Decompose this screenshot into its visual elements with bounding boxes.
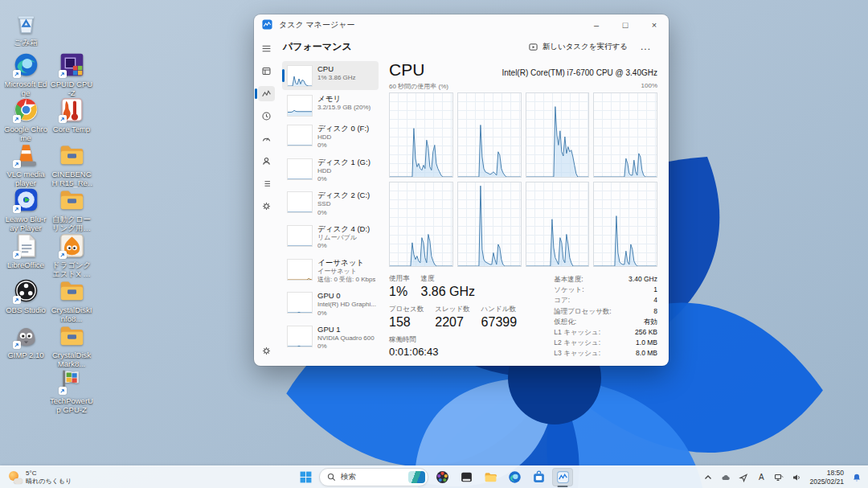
rail-tab-performance[interactable] xyxy=(258,86,275,101)
more-options-button[interactable]: ... xyxy=(634,39,657,54)
desktop-icon-folder-12[interactable]: CrystalDiskInfo8... xyxy=(50,277,93,323)
stat-value: 158 xyxy=(389,315,424,330)
perf-item-GPU1[interactable]: GPU 1NVIDIA Quadro 6000% xyxy=(282,322,379,355)
hidden-icons-chevron-icon[interactable] xyxy=(702,471,714,484)
window-titlebar[interactable]: タスク マネージャー – □ × xyxy=(254,14,669,35)
settings-button[interactable] xyxy=(258,343,275,359)
edge-taskbar-icon[interactable] xyxy=(504,468,525,486)
desktop-icon-vlc-5[interactable]: VLC media player xyxy=(4,141,47,187)
start-button[interactable] xyxy=(295,468,316,486)
perf-item-sub: 0% xyxy=(317,342,375,351)
folder-icon xyxy=(59,277,85,304)
perf-item-イーサネット[interactable]: イーサネットイーサネット送信: 0 受信: 0 Kbps xyxy=(282,255,379,288)
notification-bell-icon[interactable] xyxy=(850,471,863,484)
desktop-icon-folder-6[interactable]: CINEBENCH R15_Result xyxy=(50,141,93,187)
store-taskbar-icon[interactable] xyxy=(528,468,549,486)
perf-item-メモリ[interactable]: メモリ3.2/15.9 GB (20%) xyxy=(282,91,379,120)
taskbar: 5°C 晴れのちくもり 検索 A18:502025/02/21 xyxy=(0,465,868,488)
file-explorer-taskbar-icon[interactable] xyxy=(480,468,501,486)
desktop-icon-chip-2[interactable]: CPUID CPU-Z xyxy=(50,51,93,97)
desktop-icon-gimp-13[interactable]: GIMP 2.10 xyxy=(4,322,47,359)
rail-tab-details[interactable] xyxy=(258,176,275,191)
run-new-task-button[interactable]: 新しいタスクを実行する xyxy=(522,39,634,55)
detail-row: コア:4 xyxy=(554,296,657,304)
desktop-icon-winflag-15[interactable]: TechPowerUp GPU-Z xyxy=(50,368,93,414)
taskbar-clock[interactable]: 18:502025/02/21 xyxy=(808,469,845,485)
stat-プロセス数: プロセス数158 xyxy=(389,305,424,330)
network-icon[interactable] xyxy=(772,471,785,484)
perf-item-sub: 送信: 0 受信: 0 Kbps xyxy=(317,276,375,284)
winflag-icon xyxy=(59,368,85,395)
taskbar-search-box[interactable]: 検索 xyxy=(319,468,428,486)
close-button[interactable]: × xyxy=(640,14,669,35)
clock-time: 18:50 xyxy=(809,469,844,477)
perf-item-sub: リムーバブル xyxy=(317,234,370,242)
perf-item-GPU0[interactable]: GPU 0Intel(R) HD Graphi...0% xyxy=(282,288,379,321)
perf-item-sub: 0% xyxy=(317,175,371,183)
perf-item-CPU[interactable]: CPU1% 3.86 GHz xyxy=(282,61,379,90)
maximize-button[interactable]: □ xyxy=(611,14,640,35)
shortcut-arrow-icon xyxy=(13,296,21,304)
shortcut-arrow-icon xyxy=(13,205,21,213)
detail-row: L3 キャッシュ:8.0 MB xyxy=(554,349,657,357)
ime-mode-indicator[interactable]: A xyxy=(755,471,768,484)
dark-app-taskbar-icon[interactable] xyxy=(456,468,477,486)
weather-icon xyxy=(9,471,22,484)
desktop-icon-slime-10[interactable]: ドラゴンクエストX ベンチマークソフト xyxy=(50,232,93,278)
disc-icon xyxy=(13,187,39,213)
rail-tab-app-history[interactable] xyxy=(258,109,275,124)
volume-icon[interactable] xyxy=(790,471,803,484)
desktop-icon-thermo-4[interactable]: Core Temp xyxy=(50,96,93,133)
uptime-value: 0:01:06:43 xyxy=(389,346,542,358)
cpu-core-graph-4 xyxy=(389,182,453,267)
perf-item-ディスク4D[interactable]: ディスク 4 (D:)リムーバブル0% xyxy=(282,221,379,254)
perf-item-sub: Intel(R) HD Graphi... xyxy=(317,301,376,309)
vlc-icon xyxy=(13,141,39,168)
desktop-icon-folder-14[interactable]: CrystalDiskMark8... xyxy=(50,322,93,368)
rail-tab-navigation-menu[interactable] xyxy=(258,41,275,56)
performance-sidebar: CPU1% 3.86 GHzメモリ3.2/15.9 GB (20%)ディスク 0… xyxy=(278,59,381,366)
onedrive-icon[interactable] xyxy=(719,471,732,484)
perf-item-name: メモリ xyxy=(317,94,371,104)
desktop-icon-disc-7[interactable]: Leawo Blu-ray Player xyxy=(4,187,47,232)
cpu-core-graph-6 xyxy=(526,182,590,267)
desktop-icon-label: Leawo Blu-ray Player xyxy=(4,215,47,232)
desktop-icon-folder-8[interactable]: 自動クローリング用フォルダ xyxy=(50,187,93,232)
rail-tab-services[interactable] xyxy=(258,199,275,214)
perf-thumbnail-graph xyxy=(287,292,313,314)
doc-icon xyxy=(13,232,39,259)
shortcut-arrow-icon xyxy=(59,70,67,78)
desktop-icon-recycle-0[interactable]: ごみ箱 xyxy=(4,10,47,47)
desktop-icon-doc-9[interactable]: LibreOffice xyxy=(4,232,47,269)
stat-使用率: 使用率1% xyxy=(389,274,410,299)
desktop-icon-chrome-3[interactable]: Google Chrome xyxy=(4,96,47,142)
stat-label: 速度 xyxy=(421,274,476,284)
search-highlight-image[interactable] xyxy=(408,471,425,483)
perf-item-name: ディスク 4 (D:) xyxy=(317,224,370,234)
shortcut-arrow-icon xyxy=(59,387,67,395)
location-arrow-icon[interactable] xyxy=(737,471,750,484)
chrome-icon xyxy=(13,96,39,123)
desktop-icon-obs-11[interactable]: OBS Studio xyxy=(4,277,47,314)
perf-item-ディスク2C[interactable]: ディスク 2 (C:)SSD0% xyxy=(282,187,379,220)
stat-value: 2207 xyxy=(435,315,469,330)
detail-label: 論理プロセッサ数: xyxy=(554,307,611,315)
stat-value: 67399 xyxy=(481,315,518,330)
perf-item-name: ディスク 0 (F:) xyxy=(317,124,369,133)
task-manager-app-icon xyxy=(262,19,272,30)
minimize-button[interactable]: – xyxy=(582,14,611,35)
desktop-icon-label: LibreOffice xyxy=(4,260,47,269)
colorful-app-taskbar-icon[interactable] xyxy=(432,468,452,486)
perf-item-sub: 0% xyxy=(317,242,370,250)
detail-row: L1 キャッシュ:256 KB xyxy=(554,328,657,336)
perf-item-ディスク0F[interactable]: ディスク 0 (F:)HDD0% xyxy=(282,121,379,154)
rail-tab-processes[interactable] xyxy=(258,64,275,79)
perf-item-ディスク1G[interactable]: ディスク 1 (G:)HDD0% xyxy=(282,154,379,187)
weather-widget[interactable]: 5°C 晴れのちくもり xyxy=(4,466,76,488)
desktop-icon-edge-1[interactable]: Microsoft Edge xyxy=(4,51,47,97)
detail-row: 基本速度:3.40 GHz xyxy=(554,275,657,283)
task-manager-taskbar-icon[interactable] xyxy=(552,468,573,486)
rail-tab-users[interactable] xyxy=(258,154,275,169)
rail-tab-startup-apps[interactable] xyxy=(258,131,275,146)
perf-item-sub: 0% xyxy=(317,141,369,150)
